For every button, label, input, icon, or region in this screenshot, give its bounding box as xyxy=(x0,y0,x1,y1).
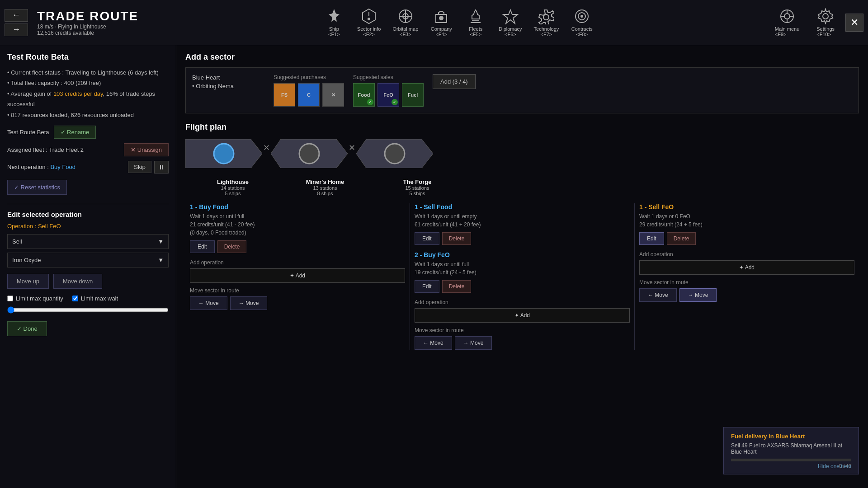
title-block: TRADE ROUTE 18 m/s · Flying in Lighthous… xyxy=(37,9,138,36)
next-op-controls: Skip ⏸ xyxy=(128,161,169,174)
res-c: C xyxy=(298,83,320,107)
miners-op2-delete-btn[interactable]: Delete xyxy=(442,280,472,293)
lighthouse-op1-btns: Edit Delete xyxy=(190,240,405,253)
slider-row xyxy=(7,306,169,315)
next-op-link[interactable]: Buy Food xyxy=(50,164,75,170)
nav-orbital-map[interactable]: Orbital map<F3> xyxy=(388,5,423,40)
rename-button[interactable]: ✓ Rename xyxy=(54,126,96,139)
back-button[interactable]: ← xyxy=(5,9,28,22)
nav-technology[interactable]: Technology<F7> xyxy=(529,5,564,40)
the-forge-stations: 15 stations xyxy=(379,185,456,191)
status-line3: • Average gain of 103 credits per day, 1… xyxy=(7,89,169,110)
nav-orbital-label: Orbital map<F3> xyxy=(392,26,418,37)
res-feo: FeO ✓ xyxy=(377,83,399,107)
lighthouse-add-op-btn[interactable]: ✦ Add xyxy=(190,268,405,283)
nav-contracts[interactable]: Contracts<F8> xyxy=(566,5,598,40)
subtitle1: 18 m/s · Flying in Lighthouse xyxy=(37,23,138,30)
the-forge-label: The Forge 15 stations 5 ships xyxy=(379,178,456,196)
miners-op2-edit-btn[interactable]: Edit xyxy=(415,280,439,293)
forge-op1-title: 1 - Sell FeO xyxy=(639,203,854,211)
forge-op1-desc: Wait 1 days or 0 FeO 29 credits/unit (24… xyxy=(639,212,854,229)
limit-wait-input[interactable] xyxy=(72,296,78,301)
suggested-sales-block: Suggested sales Food ✓ FeO ✓ Fuel xyxy=(353,74,424,107)
nav-diplomacy[interactable]: Diplomacy<F6> xyxy=(494,5,526,40)
move-down-button[interactable]: Move down xyxy=(53,274,102,289)
miners-add-op-btn[interactable]: ✦ Add xyxy=(415,308,630,323)
nav-fleets[interactable]: Fleets<F5> xyxy=(460,5,491,40)
lighthouse-move-right-btn[interactable]: → Move xyxy=(230,296,268,310)
lighthouse-add-op: Add operation ✦ Add xyxy=(190,259,405,283)
lighthouse-op1-edit-btn[interactable]: Edit xyxy=(190,240,215,253)
forge-add-op-label: Add operation xyxy=(639,251,854,258)
svg-point-14 xyxy=(581,15,583,17)
skip-button[interactable]: Skip xyxy=(128,161,151,173)
top-navigation-bar: ← → TRADE ROUTE 18 m/s · Flying in Light… xyxy=(0,0,868,45)
unassign-button[interactable]: ✕ Unassign xyxy=(124,143,169,156)
sell-type-select[interactable]: Sell ▼ xyxy=(7,234,169,249)
miners-op1-delete-btn[interactable]: Delete xyxy=(442,232,472,245)
miners-op1-edit-btn[interactable]: Edit xyxy=(415,232,439,245)
nav-sector-label: Sector info<F2> xyxy=(357,26,381,37)
reset-statistics-button[interactable]: ✓ Reset statistics xyxy=(7,180,67,195)
orbit-info: • Orbiting Nema xyxy=(192,83,264,89)
hide-one-item-button[interactable]: Hide one item xyxy=(818,463,851,469)
miners-op2-desc: Wait 1 days or until full 19 credits/uni… xyxy=(415,260,630,277)
subtitle2: 12,516 credits available xyxy=(37,30,138,36)
svg-point-21 xyxy=(299,144,319,164)
resource-value: Iron Oxyde xyxy=(12,257,41,263)
the-forge-ships: 5 ships xyxy=(379,191,456,196)
lighthouse-op1-desc: Wait 1 days or until full 21 credits/uni… xyxy=(190,212,405,237)
assigned-fleet-row: Assigned fleet : Trade Fleet 2 ✕ Unassig… xyxy=(7,143,169,156)
forge-add-op-btn[interactable]: ✦ Add xyxy=(639,260,854,275)
pause-button[interactable]: ⏸ xyxy=(154,161,169,174)
x-marker-1: ✕ xyxy=(263,143,270,153)
forge-op1-delete-btn[interactable]: Delete xyxy=(667,232,696,245)
lighthouse-shape xyxy=(185,139,262,168)
forge-op1-edit-btn[interactable]: Edit xyxy=(639,232,664,245)
tooltip-popup: Fuel delivery in Blue Heart Sell 49 Fuel… xyxy=(723,427,859,474)
nav-ship[interactable]: Ship<F1> xyxy=(318,5,350,40)
svg-point-19 xyxy=(214,144,234,164)
sector-lighthouse xyxy=(185,139,262,169)
the-forge-name: The Forge xyxy=(379,178,456,185)
miners-op2: 2 - Buy FeO Wait 1 days or until full 19… xyxy=(415,251,630,293)
page-title: TRADE ROUTE xyxy=(37,9,138,23)
nav-sector-info[interactable]: Sector info<F2> xyxy=(353,5,386,40)
miners-op1: 1 - Sell Food Wait 1 days or until empty… xyxy=(415,203,630,245)
close-button[interactable]: ✕ xyxy=(845,14,863,32)
lighthouse-op1-delete-btn[interactable]: Delete xyxy=(217,240,247,253)
miners-op1-btns: Edit Delete xyxy=(415,232,630,245)
lighthouse-name: Lighthouse xyxy=(194,178,271,185)
forward-button[interactable]: → xyxy=(5,23,28,36)
limit-quantity-label: Limit max quantity xyxy=(16,295,63,302)
right-panel: Add a sector Blue Heart • Orbiting Nema … xyxy=(176,45,868,488)
suggested-sales-label: Suggested sales xyxy=(353,74,424,80)
nav-company[interactable]: Company<F4> xyxy=(425,5,457,40)
forge-move-right-btn[interactable]: → Move xyxy=(679,288,717,302)
svg-point-11 xyxy=(543,14,549,20)
main-menu-button[interactable]: Main menu<F9> xyxy=(769,5,806,40)
forge-move-btns: ← Move → Move xyxy=(639,288,854,302)
miners-home-label: Miner's Home 13 stations 8 ships xyxy=(287,178,363,196)
svg-point-16 xyxy=(784,14,790,19)
miners-op1-desc: Wait 1 days or until empty 61 credits/un… xyxy=(415,212,630,229)
quantity-slider[interactable] xyxy=(7,306,169,314)
lighthouse-stations: 14 stations xyxy=(194,185,271,191)
suggested-sales-items: Food ✓ FeO ✓ Fuel xyxy=(353,83,424,107)
forge-add-op: Add operation ✦ Add xyxy=(639,251,854,275)
x-marker-2: ✕ xyxy=(349,143,355,153)
limit-quantity-input[interactable] xyxy=(7,296,13,301)
move-up-button[interactable]: Move up xyxy=(7,274,49,289)
resource-select[interactable]: Iron Oxyde ▼ xyxy=(7,253,169,267)
settings-button[interactable]: Settings<F10> xyxy=(810,5,841,40)
done-button[interactable]: ✓ Done xyxy=(7,321,47,336)
lighthouse-move-left-btn[interactable]: ← Move xyxy=(190,296,227,310)
nav-arrows: ← → xyxy=(5,9,28,36)
miners-move-left-btn[interactable]: ← Move xyxy=(415,336,452,350)
lighthouse-move-sector-label: Move sector in route xyxy=(190,287,405,294)
forge-move-left-btn[interactable]: ← Move xyxy=(639,288,677,302)
miners-move-right-btn[interactable]: → Move xyxy=(455,336,492,350)
sector-track-start: ✕ ✕ xyxy=(185,139,433,169)
add-sector-button[interactable]: Add (3 / 4) xyxy=(433,74,476,89)
nav-icons: Ship<F1> Sector info<F2> Orbital map<F3>… xyxy=(152,5,764,40)
